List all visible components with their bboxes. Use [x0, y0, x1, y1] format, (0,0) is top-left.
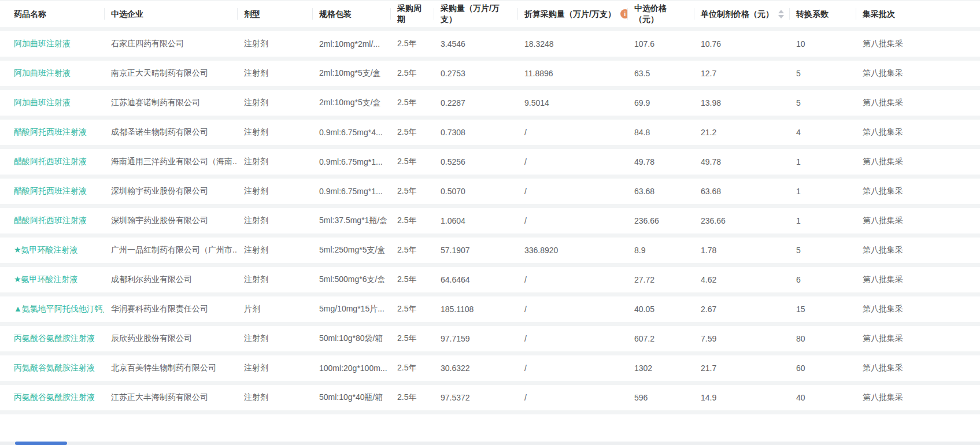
cell-value: 5ml:500mg*6支/盒	[319, 275, 385, 284]
cell-dosage_form: 注射剂	[237, 98, 312, 108]
cell-batch: 第八批集采	[856, 392, 980, 403]
cell-value: 4	[796, 128, 801, 137]
cell-value: 3.4546	[441, 39, 465, 49]
drug-name-link[interactable]: 醋酸阿托西班注射液	[14, 186, 87, 195]
drug-name-link[interactable]: 丙氨酰谷氨酰胺注射液	[14, 392, 95, 402]
drug-name-link[interactable]: 丙氨酰谷氨酰胺注射液	[14, 363, 95, 372]
sort-ascending-caret-icon[interactable]	[778, 10, 784, 13]
drug-name-link[interactable]: 醋酸阿托西班注射液	[14, 157, 87, 166]
cell-value: 50ml:10g*80袋/箱	[319, 333, 383, 343]
table-row: ★氨甲环酸注射液广州一品红制药有限公司（广州市...注射剂5ml:250mg*5…	[0, 238, 980, 263]
cell-value: 江苏正大丰海制药有限公司	[111, 392, 208, 402]
cell-period: 2.5年	[390, 127, 434, 138]
cell-enterprise: 江苏正大丰海制药有限公司	[104, 392, 237, 403]
drug-name-link[interactable]: ▲氨氯地平阿托伐他汀钙片	[14, 304, 104, 313]
drug-name-link[interactable]: 阿加曲班注射液	[14, 98, 71, 107]
cell-volume: 0.2287	[434, 98, 517, 107]
cell-value: 第八批集采	[863, 216, 903, 225]
drug-name-link[interactable]: 醋酸阿托西班注射液	[14, 216, 87, 225]
cell-value: 21.7	[701, 364, 716, 373]
cell-volume: 97.7159	[434, 334, 517, 343]
cell-converted_volume: /	[517, 393, 627, 402]
cell-conversion_factor: 5	[789, 98, 856, 107]
cell-value: 185.1108	[441, 305, 474, 314]
cell-value: 596	[634, 393, 648, 402]
cell-value: 海南通用三洋药业有限公司（海南...	[111, 157, 237, 166]
cell-volume: 57.1907	[434, 246, 517, 255]
cell-value: 注射剂	[244, 157, 268, 166]
column-header-enterprise: 中选企业	[104, 1, 237, 27]
column-header-label: 采购量（万片/万支）	[441, 3, 500, 25]
cell-value: 注射剂	[244, 363, 268, 372]
column-header-label: 转换系数	[796, 9, 829, 20]
drug-name-link[interactable]: 丙氨酰谷氨酰胺注射液	[14, 333, 95, 343]
column-header-unit_price[interactable]: 单位制剂价格（元）	[694, 1, 789, 27]
cell-value: 注射剂	[244, 39, 268, 48]
drug-name-link[interactable]: 阿加曲班注射液	[14, 68, 71, 77]
cell-value: 50ml:10g*40瓶/箱	[319, 392, 383, 402]
cell-converted_volume: /	[517, 305, 627, 314]
sort-descending-caret-icon[interactable]	[778, 15, 784, 18]
cell-value: 第八批集采	[863, 363, 903, 372]
cell-converted_volume: /	[517, 216, 627, 225]
cell-value: 12.7	[701, 69, 716, 78]
cell-value: 注射剂	[244, 98, 268, 107]
cell-drug_name: ★氨甲环酸注射液	[0, 275, 104, 285]
drug-name-link[interactable]: 阿加曲班注射液	[14, 39, 71, 48]
cell-batch: 第八批集采	[856, 245, 980, 255]
cell-spec: 0.9ml:6.75mg*1...	[312, 157, 390, 166]
cell-value: /	[524, 275, 527, 284]
horizontal-scrollbar[interactable]	[0, 442, 980, 445]
cell-enterprise: 江苏迪赛诺制药有限公司	[104, 98, 237, 108]
column-header-label-line: 单位制剂价格（元）	[701, 9, 774, 20]
cell-drug_name: 阿加曲班注射液	[0, 98, 104, 108]
info-icon[interactable]: i	[620, 9, 627, 18]
cell-value: 2.5年	[397, 186, 416, 195]
cell-enterprise: 成都利尔药业有限公司	[104, 275, 237, 285]
sort-icon[interactable]	[778, 10, 784, 18]
cell-conversion_factor: 40	[789, 393, 856, 402]
cell-period: 2.5年	[390, 68, 434, 79]
cell-dosage_form: 注射剂	[237, 39, 312, 49]
cell-value: 第八批集采	[863, 392, 903, 402]
cell-period: 2.5年	[390, 186, 434, 196]
cell-value: 2.5年	[397, 363, 416, 372]
cell-value: 2.5年	[397, 216, 416, 225]
cell-value: 成都利尔药业有限公司	[111, 275, 192, 284]
column-header-label: 中选价格（元）	[634, 3, 667, 25]
cell-value: 0.9ml:6.75mg*1...	[319, 157, 383, 166]
cell-value: 注射剂	[244, 127, 268, 136]
drug-name-link[interactable]: ★氨甲环酸注射液	[14, 275, 78, 284]
horizontal-scrollbar-thumb[interactable]	[15, 442, 67, 445]
table-row: 醋酸阿托西班注射液深圳翰宇药业股份有限公司注射剂5ml:37.5mg*1瓶/盒2…	[0, 208, 980, 233]
cell-batch: 第八批集采	[856, 304, 980, 314]
cell-value: 21.2	[701, 128, 716, 137]
drug-name-link[interactable]: 醋酸阿托西班注射液	[14, 127, 87, 136]
cell-conversion_factor: 10	[789, 39, 856, 49]
cell-value: 2.5年	[397, 392, 416, 402]
cell-value: 30.6322	[441, 364, 470, 373]
cell-period: 2.5年	[390, 333, 434, 344]
cell-unit_price: 49.78	[694, 157, 789, 166]
column-header-spec: 规格包装	[312, 1, 390, 27]
procurement-results-table: 药品名称中选企业剂型规格包装采购周期采购量（万片/万支）折算采购量（万片/万支）…	[0, 0, 980, 444]
cell-dosage_form: 片剂	[237, 304, 312, 314]
cell-spec: 50ml:10g*40瓶/箱	[312, 392, 390, 403]
cell-conversion_factor: 4	[789, 128, 856, 137]
cell-batch: 第八批集采	[856, 363, 980, 373]
cell-value: 2.5年	[397, 275, 416, 284]
cell-value: 1	[796, 216, 801, 225]
drug-name-link[interactable]: ★氨甲环酸注射液	[14, 245, 78, 254]
cell-price: 69.9	[627, 98, 694, 107]
column-header-label: 集采批次	[863, 9, 895, 20]
cell-value: 成都圣诺生物制药有限公司	[111, 127, 208, 136]
cell-value: 97.7159	[441, 334, 470, 343]
cell-value: 84.8	[634, 128, 650, 137]
cell-value: 63.68	[701, 187, 721, 196]
cell-volume: 1.0604	[434, 216, 517, 225]
cell-value: 第八批集采	[863, 127, 903, 136]
cell-value: 注射剂	[244, 275, 268, 284]
column-header-volume: 采购量（万片/万支）	[434, 1, 517, 27]
cell-value: 深圳翰宇药业股份有限公司	[111, 216, 208, 225]
cell-conversion_factor: 5	[789, 246, 856, 255]
